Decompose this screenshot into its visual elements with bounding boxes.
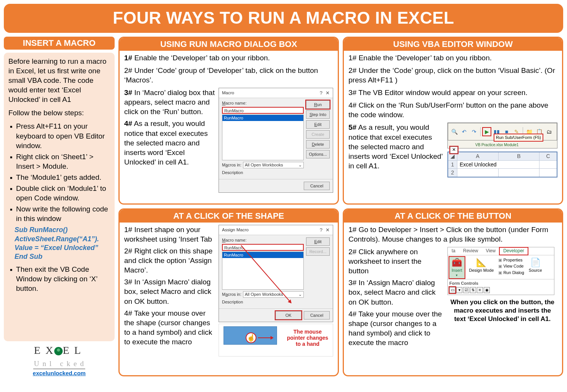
help-icon-2[interactable]: ? (320, 227, 322, 233)
hand-cursor-icon: ☝ (246, 332, 256, 343)
col-A: A (457, 152, 499, 160)
header-click-button: AT A CLICK OF THE BUTTON (344, 210, 562, 223)
assign-title: Assign Macro (222, 227, 249, 233)
col-C: C (539, 152, 557, 160)
edit-button[interactable]: Edit (306, 120, 330, 129)
delete-button[interactable]: Delete (306, 140, 330, 148)
ruler-icon: 📐 (476, 258, 486, 268)
redo-icon[interactable]: ↷ (470, 128, 478, 136)
rb-graphics: ta Review View Developer 🧰 Insert▾ (447, 247, 557, 350)
ribbon-design-mode[interactable]: 📐 Design Mode (467, 257, 496, 274)
page-title: FOUR WAYS TO RUN A MACRO IN EXCEL (4, 4, 563, 33)
macro-list[interactable]: RunMacro (222, 115, 304, 160)
body-vba-editor: 1# Enable the ‘Developer’ tab on you rib… (344, 51, 562, 203)
vba-close-x[interactable]: ✕ (450, 147, 458, 153)
listbox-control-icon[interactable]: ≡ (477, 287, 483, 293)
macro-name-label: Macro name: (222, 100, 304, 106)
cb-s3: 3# In ‘Assign Macro’ dialog box, select … (124, 277, 215, 306)
col-B: B (498, 152, 539, 160)
run-button[interactable]: Run (306, 100, 330, 109)
create-button: Create (306, 130, 330, 139)
find-icon[interactable]: 🔍 (450, 128, 458, 136)
macro-name-input[interactable]: RunMacro (222, 107, 304, 114)
cb-s1: 1# Insert shape on your worksheet using … (124, 225, 215, 244)
checkbox-control-icon[interactable]: ☑ (463, 287, 469, 293)
code-l2: ActiveSheet.Range(“A1”). (15, 235, 110, 244)
dialog-title: Macro (222, 90, 234, 96)
close-icon[interactable]: ✕ (326, 90, 330, 96)
tab-view[interactable]: View (482, 247, 499, 255)
vba-code: Sub RunMacro() ActiveSheet.Range(“A1”). … (15, 226, 110, 261)
body-click-button: 1# Go to Developer > Insert > Click on t… (344, 223, 562, 375)
assign-edit-button[interactable]: Edit (306, 237, 330, 246)
ribbon-run-dialog[interactable]: Run Dialog (498, 269, 524, 276)
combo-control-icon[interactable]: ▾ (456, 287, 462, 293)
block-vba-editor: USING VBA EDITOR WINDOW 1# Enable the ‘D… (343, 37, 563, 205)
bullet-4: Now write the following code in this win… (16, 204, 110, 223)
steps-list: Press Alt+F11 on your keyboard to open V… (8, 121, 110, 223)
rt-text: 5# As a result, you would notice that ex… (348, 123, 444, 177)
cb-text: 1# Insert shape on your worksheet using … (124, 225, 215, 371)
assign-ok-button[interactable]: OK (275, 311, 301, 319)
undo-icon[interactable]: ↶ (460, 128, 468, 136)
cb-s2: 2# Right click on this shape and click t… (124, 246, 215, 275)
close-icon-2[interactable]: ✕ (326, 227, 330, 233)
spinner-control-icon[interactable]: ⇅ (470, 287, 476, 293)
step-into-button[interactable]: Step Into (306, 110, 330, 119)
ribbon-view-code[interactable]: View Code (498, 263, 524, 269)
code-l4: End Sub (15, 252, 110, 261)
form-controls-icons: ▭ ▾ ☑ ⇅ ≡ ◉ (449, 287, 552, 293)
ribbon-properties[interactable]: Properties (498, 257, 524, 263)
header-vba-editor: USING VBA EDITOR WINDOW (344, 38, 562, 51)
assign-cancel-button[interactable]: Cancel (304, 311, 330, 319)
shape-demo: ☝ The mouse pointer changes to a hand (219, 324, 333, 357)
main-columns: INSERT A MACRO Before learning to run a … (4, 37, 563, 376)
run-sub-button[interactable]: ▶ (483, 128, 491, 136)
row-2: 2 (448, 169, 457, 177)
ct-s1: 1# Enable the ‘Developer’ tab on your ri… (124, 53, 333, 63)
cb-s4: 4# Take your mouse over the shape (curso… (124, 308, 215, 347)
run-sub-tooltip: Run Sub/UserForm (F5) (494, 134, 543, 141)
help-icon[interactable]: ? (320, 90, 322, 96)
logo-ball-icon (54, 347, 63, 355)
chevron-down-icon: ⌄ (298, 162, 302, 168)
row-1: 1 (448, 160, 457, 168)
ribbon-insert-button[interactable]: 🧰 Insert▾ (449, 257, 465, 278)
option-control-icon[interactable]: ◉ (484, 287, 490, 293)
rb-s3: 3# In ‘Assign Macro’ dialog box, select … (348, 278, 444, 307)
rt-s5b: 5# (348, 123, 356, 131)
assign-name-label: Macro name: (222, 237, 304, 243)
macros-in-select[interactable]: All Open Workbooks⌄ (243, 162, 304, 168)
block-click-shape: AT A CLICK OF THE SHAPE 1# Insert shape … (118, 208, 339, 376)
dialog-titlebar: Macro ?✕ (219, 88, 333, 98)
tab-review[interactable]: Review (459, 247, 482, 255)
form-controls-label: Form Controls (449, 281, 552, 286)
assign-list-item[interactable]: RunMacro (222, 252, 303, 258)
brand-logo: E XE L U n l c k e d excelunlocked.com (4, 344, 115, 376)
source-icon: 📄 (530, 258, 541, 268)
rb-s1: 1# Go to Developer > Insert > Click on t… (348, 225, 557, 244)
assign-name-input[interactable]: RunMacro (222, 244, 304, 251)
object-browser-icon[interactable]: 🗂 (545, 128, 553, 136)
bullet-3: Double click on ‘Module1’ to open Code w… (16, 184, 110, 203)
bullet-2: The ‘Module1’ gets added. (16, 173, 101, 182)
cancel-button[interactable]: Cancel (304, 182, 330, 190)
column-center: USING RUN MACRO DIALOG BOX 1# Enable the… (118, 37, 339, 376)
ribbon-source[interactable]: 📄 Source (526, 257, 544, 274)
arrow-icon (258, 337, 273, 338)
site-link[interactable]: excelunlocked.com (33, 370, 86, 376)
ct-s2: 2# Under ‘Code’ group of ‘Developer’ tab… (124, 66, 333, 85)
tab-developer[interactable]: Developer (499, 247, 528, 255)
button-control-icon[interactable]: ▭ (449, 287, 455, 293)
options-button[interactable]: Options... (306, 150, 330, 158)
logo-text: E XE L U n l c k e d (33, 344, 85, 369)
ct-text: 3# In ‘Macro’ dialog box that appears, s… (124, 88, 215, 193)
assign-macros-in-select[interactable]: All Open Workbooks⌄ (243, 291, 304, 298)
button-caption: When you click on the button, the macro … (447, 298, 557, 323)
tab-data[interactable]: ta (448, 247, 459, 255)
header-insert-macro: INSERT A MACRO (4, 37, 115, 50)
body-click-shape: 1# Insert shape on your worksheet using … (120, 223, 338, 375)
macro-list-item-selected[interactable]: RunMacro (222, 115, 303, 121)
rt-s3: 3# The VB Editor window would appear on … (348, 88, 557, 97)
assign-macros-in-label: Macros in: (222, 292, 241, 297)
